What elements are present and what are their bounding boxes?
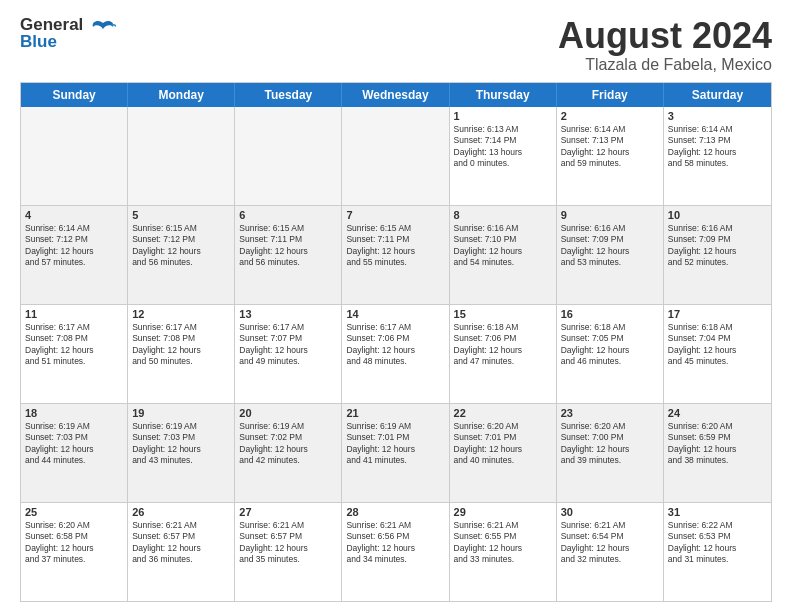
day-number: 11	[25, 308, 123, 320]
calendar-row: 1Sunrise: 6:13 AM Sunset: 7:14 PM Daylig…	[21, 107, 771, 205]
calendar-cell: 30Sunrise: 6:21 AM Sunset: 6:54 PM Dayli…	[557, 503, 664, 601]
day-number: 31	[668, 506, 767, 518]
header: General Blue August 2024 Tlazala de Fabe…	[20, 16, 772, 74]
day-number: 3	[668, 110, 767, 122]
day-info: Sunrise: 6:22 AM Sunset: 6:53 PM Dayligh…	[668, 520, 767, 566]
day-number: 10	[668, 209, 767, 221]
calendar: SundayMondayTuesdayWednesdayThursdayFrid…	[20, 82, 772, 602]
day-number: 15	[454, 308, 552, 320]
day-number: 1	[454, 110, 552, 122]
day-number: 19	[132, 407, 230, 419]
calendar-cell: 26Sunrise: 6:21 AM Sunset: 6:57 PM Dayli…	[128, 503, 235, 601]
page-title: August 2024	[558, 16, 772, 56]
calendar-cell: 17Sunrise: 6:18 AM Sunset: 7:04 PM Dayli…	[664, 305, 771, 403]
day-info: Sunrise: 6:17 AM Sunset: 7:08 PM Dayligh…	[132, 322, 230, 368]
calendar-cell: 9Sunrise: 6:16 AM Sunset: 7:09 PM Daylig…	[557, 206, 664, 304]
calendar-row: 18Sunrise: 6:19 AM Sunset: 7:03 PM Dayli…	[21, 403, 771, 502]
calendar-header: SundayMondayTuesdayWednesdayThursdayFrid…	[21, 83, 771, 107]
calendar-cell: 16Sunrise: 6:18 AM Sunset: 7:05 PM Dayli…	[557, 305, 664, 403]
calendar-cell: 11Sunrise: 6:17 AM Sunset: 7:08 PM Dayli…	[21, 305, 128, 403]
day-info: Sunrise: 6:20 AM Sunset: 6:58 PM Dayligh…	[25, 520, 123, 566]
calendar-cell: 10Sunrise: 6:16 AM Sunset: 7:09 PM Dayli…	[664, 206, 771, 304]
calendar-cell: 3Sunrise: 6:14 AM Sunset: 7:13 PM Daylig…	[664, 107, 771, 205]
calendar-cell	[342, 107, 449, 205]
calendar-cell: 13Sunrise: 6:17 AM Sunset: 7:07 PM Dayli…	[235, 305, 342, 403]
day-info: Sunrise: 6:21 AM Sunset: 6:57 PM Dayligh…	[132, 520, 230, 566]
weekday-header: Thursday	[450, 83, 557, 107]
day-info: Sunrise: 6:19 AM Sunset: 7:02 PM Dayligh…	[239, 421, 337, 467]
calendar-cell: 27Sunrise: 6:21 AM Sunset: 6:57 PM Dayli…	[235, 503, 342, 601]
calendar-cell: 23Sunrise: 6:20 AM Sunset: 7:00 PM Dayli…	[557, 404, 664, 502]
day-info: Sunrise: 6:14 AM Sunset: 7:12 PM Dayligh…	[25, 223, 123, 269]
calendar-cell	[21, 107, 128, 205]
calendar-cell: 5Sunrise: 6:15 AM Sunset: 7:12 PM Daylig…	[128, 206, 235, 304]
title-block: August 2024 Tlazala de Fabela, Mexico	[558, 16, 772, 74]
calendar-cell: 4Sunrise: 6:14 AM Sunset: 7:12 PM Daylig…	[21, 206, 128, 304]
day-number: 14	[346, 308, 444, 320]
day-info: Sunrise: 6:21 AM Sunset: 6:56 PM Dayligh…	[346, 520, 444, 566]
day-info: Sunrise: 6:15 AM Sunset: 7:11 PM Dayligh…	[346, 223, 444, 269]
day-number: 12	[132, 308, 230, 320]
day-number: 2	[561, 110, 659, 122]
calendar-cell: 1Sunrise: 6:13 AM Sunset: 7:14 PM Daylig…	[450, 107, 557, 205]
weekday-header: Saturday	[664, 83, 771, 107]
weekday-header: Monday	[128, 83, 235, 107]
calendar-cell: 25Sunrise: 6:20 AM Sunset: 6:58 PM Dayli…	[21, 503, 128, 601]
calendar-cell: 15Sunrise: 6:18 AM Sunset: 7:06 PM Dayli…	[450, 305, 557, 403]
calendar-cell: 6Sunrise: 6:15 AM Sunset: 7:11 PM Daylig…	[235, 206, 342, 304]
day-number: 22	[454, 407, 552, 419]
day-info: Sunrise: 6:18 AM Sunset: 7:06 PM Dayligh…	[454, 322, 552, 368]
calendar-cell: 22Sunrise: 6:20 AM Sunset: 7:01 PM Dayli…	[450, 404, 557, 502]
calendar-cell: 18Sunrise: 6:19 AM Sunset: 7:03 PM Dayli…	[21, 404, 128, 502]
day-number: 26	[132, 506, 230, 518]
day-number: 27	[239, 506, 337, 518]
day-info: Sunrise: 6:21 AM Sunset: 6:55 PM Dayligh…	[454, 520, 552, 566]
logo-general: General	[20, 16, 83, 33]
day-info: Sunrise: 6:16 AM Sunset: 7:09 PM Dayligh…	[668, 223, 767, 269]
day-info: Sunrise: 6:20 AM Sunset: 6:59 PM Dayligh…	[668, 421, 767, 467]
day-number: 21	[346, 407, 444, 419]
weekday-header: Friday	[557, 83, 664, 107]
calendar-cell: 7Sunrise: 6:15 AM Sunset: 7:11 PM Daylig…	[342, 206, 449, 304]
calendar-cell: 29Sunrise: 6:21 AM Sunset: 6:55 PM Dayli…	[450, 503, 557, 601]
day-number: 4	[25, 209, 123, 221]
page-subtitle: Tlazala de Fabela, Mexico	[558, 56, 772, 74]
calendar-row: 25Sunrise: 6:20 AM Sunset: 6:58 PM Dayli…	[21, 502, 771, 601]
day-info: Sunrise: 6:16 AM Sunset: 7:10 PM Dayligh…	[454, 223, 552, 269]
calendar-cell: 19Sunrise: 6:19 AM Sunset: 7:03 PM Dayli…	[128, 404, 235, 502]
page: General Blue August 2024 Tlazala de Fabe…	[0, 0, 792, 612]
day-info: Sunrise: 6:14 AM Sunset: 7:13 PM Dayligh…	[561, 124, 659, 170]
calendar-cell: 14Sunrise: 6:17 AM Sunset: 7:06 PM Dayli…	[342, 305, 449, 403]
day-number: 24	[668, 407, 767, 419]
calendar-cell: 8Sunrise: 6:16 AM Sunset: 7:10 PM Daylig…	[450, 206, 557, 304]
day-info: Sunrise: 6:19 AM Sunset: 7:03 PM Dayligh…	[25, 421, 123, 467]
calendar-body: 1Sunrise: 6:13 AM Sunset: 7:14 PM Daylig…	[21, 107, 771, 601]
calendar-cell: 12Sunrise: 6:17 AM Sunset: 7:08 PM Dayli…	[128, 305, 235, 403]
day-number: 9	[561, 209, 659, 221]
day-number: 23	[561, 407, 659, 419]
day-info: Sunrise: 6:15 AM Sunset: 7:11 PM Dayligh…	[239, 223, 337, 269]
calendar-cell	[128, 107, 235, 205]
day-number: 16	[561, 308, 659, 320]
calendar-cell: 20Sunrise: 6:19 AM Sunset: 7:02 PM Dayli…	[235, 404, 342, 502]
day-info: Sunrise: 6:21 AM Sunset: 6:54 PM Dayligh…	[561, 520, 659, 566]
day-number: 6	[239, 209, 337, 221]
calendar-cell: 28Sunrise: 6:21 AM Sunset: 6:56 PM Dayli…	[342, 503, 449, 601]
logo-bird-icon	[89, 17, 117, 45]
day-info: Sunrise: 6:20 AM Sunset: 7:01 PM Dayligh…	[454, 421, 552, 467]
weekday-header: Wednesday	[342, 83, 449, 107]
day-info: Sunrise: 6:13 AM Sunset: 7:14 PM Dayligh…	[454, 124, 552, 170]
day-number: 8	[454, 209, 552, 221]
day-info: Sunrise: 6:16 AM Sunset: 7:09 PM Dayligh…	[561, 223, 659, 269]
day-number: 13	[239, 308, 337, 320]
day-number: 7	[346, 209, 444, 221]
day-info: Sunrise: 6:21 AM Sunset: 6:57 PM Dayligh…	[239, 520, 337, 566]
day-info: Sunrise: 6:17 AM Sunset: 7:06 PM Dayligh…	[346, 322, 444, 368]
day-info: Sunrise: 6:18 AM Sunset: 7:05 PM Dayligh…	[561, 322, 659, 368]
day-number: 18	[25, 407, 123, 419]
day-info: Sunrise: 6:17 AM Sunset: 7:08 PM Dayligh…	[25, 322, 123, 368]
day-info: Sunrise: 6:19 AM Sunset: 7:03 PM Dayligh…	[132, 421, 230, 467]
day-number: 17	[668, 308, 767, 320]
logo: General Blue	[20, 16, 117, 50]
calendar-cell: 24Sunrise: 6:20 AM Sunset: 6:59 PM Dayli…	[664, 404, 771, 502]
